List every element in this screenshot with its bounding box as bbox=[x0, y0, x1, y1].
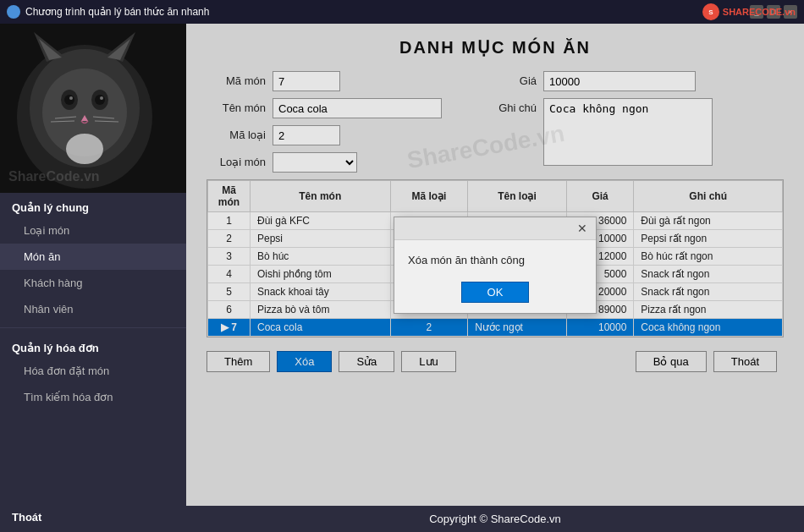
modal-message: Xóa món ăn thành công bbox=[408, 254, 525, 266]
sidebar-item-khach-hang[interactable]: Khách hàng bbox=[0, 270, 186, 296]
sidebar-image: ShareCode.vn bbox=[0, 24, 186, 193]
sidebar-divider bbox=[0, 327, 186, 328]
svg-point-11 bbox=[95, 95, 105, 105]
modal-dialog: ✕ Xóa món ăn thành công OK bbox=[394, 217, 597, 314]
svg-point-10 bbox=[64, 95, 74, 105]
sidebar-exit[interactable]: Thoát bbox=[0, 502, 186, 532]
sharecode-logo-text: SHARECODE.vn bbox=[723, 7, 796, 17]
sidebar-item-mon-an[interactable]: Món ăn bbox=[0, 244, 186, 270]
svg-point-13 bbox=[100, 96, 103, 100]
modal-header: ✕ bbox=[394, 217, 596, 240]
footer: Copyright © ShareCode.vn bbox=[186, 506, 804, 532]
sidebar-section-qlchung: Quản lý chung bbox=[0, 193, 186, 217]
svg-point-12 bbox=[69, 96, 73, 100]
footer-copyright: Copyright © ShareCode.vn bbox=[429, 513, 561, 525]
modal-overlay: ✕ Xóa món ăn thành công OK bbox=[186, 24, 804, 506]
sidebar-item-nhan-vien[interactable]: Nhân viên bbox=[0, 296, 186, 322]
svg-point-19 bbox=[66, 134, 103, 164]
sharecode-logo-icon: S bbox=[702, 3, 719, 20]
sidebar: ShareCode.vn Quản lý chung Loại món Món … bbox=[0, 24, 186, 532]
app-title: Chương trình quản lý bán thức ăn nhanh bbox=[25, 6, 209, 18]
title-bar: Chương trình quản lý bán thức ăn nhanh S… bbox=[0, 0, 804, 24]
modal-body: Xóa món ăn thành công bbox=[394, 240, 596, 275]
modal-close-button[interactable]: ✕ bbox=[577, 222, 587, 234]
sidebar-item-hoa-don-dat-mon[interactable]: Hóa đơn đặt món bbox=[0, 358, 186, 384]
content-area: DANH MỤC MÓN ĂN Mã món Tên món Mã loại bbox=[186, 24, 804, 532]
app-icon bbox=[7, 5, 20, 19]
sidebar-section-qlhoadon: Quản lý hóa đơn bbox=[0, 333, 186, 358]
modal-footer: OK bbox=[394, 275, 596, 313]
page-content: DANH MỤC MÓN ĂN Mã món Tên món Mã loại bbox=[186, 24, 804, 506]
cat-image-svg bbox=[0, 24, 186, 193]
sidebar-item-tim-kiem-hoa-don[interactable]: Tìm kiếm hóa đơn bbox=[0, 384, 186, 410]
sidebar-item-loai-mon[interactable]: Loại món bbox=[0, 217, 186, 244]
modal-ok-button[interactable]: OK bbox=[461, 282, 530, 303]
